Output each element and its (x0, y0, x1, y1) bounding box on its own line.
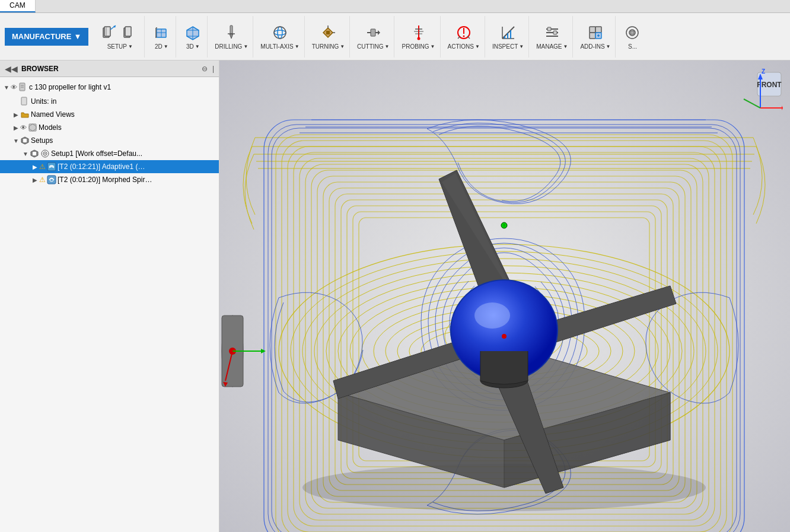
doc-icon-units (20, 97, 30, 106)
addins-icons (586, 23, 605, 42)
2d-icon (152, 23, 171, 42)
tree-arrow-setup1[interactable]: ▼ (21, 149, 30, 158)
toolbar-group-turning[interactable]: TURNING ▼ (307, 16, 350, 58)
collapse-browser-icon[interactable]: ◀◀ (5, 64, 18, 74)
tree-item-models[interactable]: ▶ 👁 Models (0, 121, 219, 134)
svg-rect-17 (230, 26, 232, 34)
drill-icon (222, 23, 241, 42)
toolbar-group-manage[interactable]: MANAGE ▼ (531, 16, 573, 58)
tree-label-adaptive1: [T2 (0:12:21)] Adaptive1 (… (58, 163, 145, 171)
turning-label: TURNING ▼ (312, 43, 345, 50)
sketch-icons (623, 23, 642, 42)
svg-rect-65 (23, 139, 27, 142)
multiaxis-icons (270, 23, 289, 42)
setup1-icon (30, 149, 39, 158)
eye-icon-models: 👁 (20, 124, 27, 131)
sketch-icon (623, 23, 642, 42)
2d-icons (152, 23, 171, 42)
browser-pin-icon[interactable]: | (212, 65, 214, 73)
manufacture-arrow: ▼ (74, 32, 81, 41)
browser-title: BROWSER (21, 65, 198, 73)
manage-icons (543, 23, 562, 42)
cutting-icon (364, 23, 383, 42)
toolbar-group-3d[interactable]: 3D ▼ (179, 16, 208, 58)
manufacture-label: MANUFACTURE (12, 32, 71, 41)
manage-icon (543, 23, 562, 42)
svg-rect-52 (590, 33, 595, 39)
tree-arrow-adaptive1[interactable]: ▶ (31, 163, 39, 171)
tree-label-setup1: Setup1 [Work offset=Defau... (51, 149, 142, 158)
inspect-icons (499, 23, 518, 42)
turning-icons (318, 23, 337, 42)
svg-rect-63 (29, 124, 36, 131)
3d-icons (183, 23, 202, 42)
toolbar-group-probing[interactable]: PROBING ▼ (397, 16, 440, 58)
svg-point-36 (463, 36, 464, 37)
tree-item-named-views[interactable]: ▶ Named Views (0, 108, 219, 121)
toolbar: MANUFACTURE ▼ SETUP (0, 13, 790, 60)
toolbar-group-cutting[interactable]: CUTTING ▼ (352, 16, 394, 58)
axis-widget-svg: FRONT Z (737, 66, 784, 114)
tree-label-units: Units: in (31, 97, 56, 106)
toolbar-group-inspect[interactable]: INSPECT ▼ (488, 16, 529, 58)
browser-panel: ◀◀ BROWSER ⊖ | ▼ 👁 c 130 propeller for l… (0, 60, 219, 532)
axis-widget: FRONT Z (737, 66, 784, 114)
browser-tree: ▼ 👁 c 130 propeller for light v1 ▶ Units… (0, 77, 219, 532)
tree-item-setups[interactable]: ▼ Setups (0, 134, 219, 147)
tree-arrow-setups[interactable]: ▼ (12, 136, 20, 145)
tree-arrow-root[interactable]: ▼ (2, 83, 11, 91)
svg-rect-50 (590, 27, 595, 33)
toolbar-group-2d[interactable]: 2D ▼ (147, 16, 176, 58)
svg-line-133 (744, 99, 760, 108)
cutting-label: CUTTING ▼ (357, 43, 389, 50)
probing-icon (409, 23, 428, 42)
actions-icon (454, 23, 473, 42)
browser-header: ◀◀ BROWSER ⊖ | (0, 60, 219, 77)
setup-icon (100, 23, 119, 42)
tree-arrow-models[interactable]: ▶ (12, 123, 20, 132)
viewport[interactable]: FRONT Z (219, 60, 790, 532)
tab-cam[interactable]: CAM (0, 0, 36, 12)
drilling-icons (222, 23, 241, 42)
toolbar-group-setup[interactable]: SETUP ▼ (95, 16, 145, 58)
tree-item-root[interactable]: ▼ 👁 c 130 propeller for light v1 (0, 79, 219, 95)
turning-icon (318, 23, 337, 42)
tree-item-setup1[interactable]: ▼ Setup1 [Work offset=Defau... (0, 147, 219, 160)
probing-icons (409, 23, 428, 42)
tree-label-models: Models (39, 123, 62, 132)
manage-label: MANAGE ▼ (536, 43, 568, 50)
tree-arrow-named-views[interactable]: ▶ (12, 110, 20, 119)
drilling-label: DRILLING ▼ (215, 43, 248, 50)
multiaxis-label: MULTI-AXIS ▼ (260, 43, 299, 50)
toolpath-icon-morphed (47, 175, 56, 184)
folder-icon-named-views (20, 110, 30, 119)
addins-icon (586, 23, 605, 42)
svg-point-114 (474, 302, 510, 329)
tree-arrow-morphed[interactable]: ▶ (31, 176, 39, 184)
tree-label-morphed: [T2 (0:01:20)] Morphed Spir… (58, 176, 152, 184)
toolbar-group-addins[interactable]: ADD-INS ▼ (575, 16, 616, 58)
svg-point-70 (44, 153, 46, 154)
svg-marker-18 (230, 34, 233, 39)
inspect-icon (499, 23, 518, 42)
setup-icon2 (120, 23, 139, 42)
toolbar-group-drilling[interactable]: DRILLING ▼ (210, 16, 253, 58)
toolpath-icon-adaptive1 (47, 162, 56, 171)
toolbar-group-actions[interactable]: ACTIONS ▼ (443, 16, 485, 58)
3d-label: 3D ▼ (186, 43, 200, 50)
target-icon-setup1 (40, 149, 50, 158)
toolbar-group-multiaxis[interactable]: MULTI-AXIS ▼ (256, 16, 304, 58)
tree-item-units[interactable]: ▶ Units: in (0, 95, 219, 108)
tree-item-morphed[interactable]: ▶ ⚠ [T2 (0:01:20)] Morphed Spir… (0, 173, 219, 186)
browser-options-icon[interactable]: ⊖ (202, 65, 208, 73)
multiaxis-icon (270, 23, 289, 42)
tree-item-adaptive1[interactable]: ▶ ⚠ [T2 (0:12:21)] Adaptive1 (… (0, 160, 219, 173)
manufacture-button[interactable]: MANUFACTURE ▼ (5, 28, 88, 46)
setup-icons (100, 23, 139, 42)
toolbar-group-sketch[interactable]: S... (618, 16, 646, 58)
addins-label: ADD-INS ▼ (580, 43, 610, 50)
tree-label-named-views: Named Views (31, 110, 75, 119)
svg-rect-6 (125, 27, 131, 36)
actions-icons (454, 23, 473, 42)
3d-icon (183, 23, 202, 42)
